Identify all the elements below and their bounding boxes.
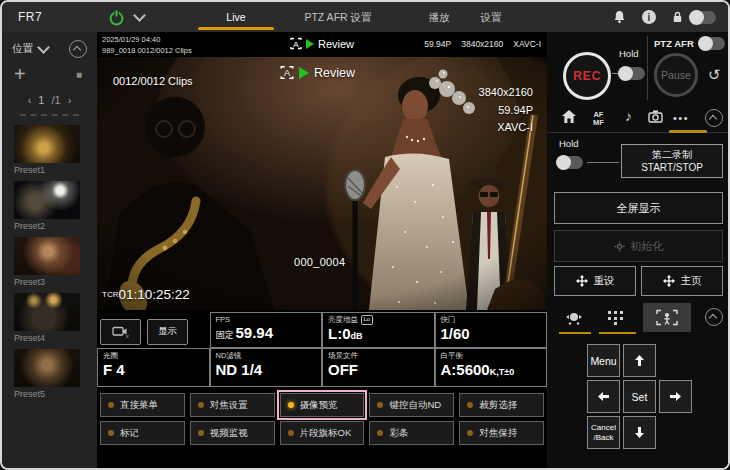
ptz-afr-toggle[interactable] [699, 37, 725, 50]
rec-button[interactable]: REC [563, 52, 611, 100]
nd-filter-cell[interactable]: ND滤镜 ND 1/4 [210, 348, 323, 387]
set-button[interactable]: Set [623, 380, 656, 413]
camera-fx-button[interactable]: x [100, 319, 141, 345]
preset-label: Preset1 [14, 165, 97, 175]
tab-live[interactable]: Live [194, 2, 278, 32]
info-icon[interactable]: i [642, 10, 656, 24]
joystick-icon [563, 309, 585, 325]
nd-value: 1/4 [241, 361, 262, 378]
rec-hold-toggle[interactable] [619, 67, 645, 80]
icon-row-collapse-button[interactable] [705, 109, 723, 127]
assign-label: 对焦保持 [479, 427, 517, 440]
assign-video-monitor-button[interactable]: 视频监视 [190, 421, 275, 445]
sub-rec-hold-toggle[interactable] [557, 156, 583, 169]
down-arrow-icon [633, 426, 646, 439]
pager-next-icon[interactable]: › [68, 94, 72, 106]
pager-total: /1 [51, 94, 60, 106]
gain-lo-badge: Lo [361, 315, 373, 325]
iris-label: 光圈 [103, 351, 204, 361]
sidebar-collapse-button[interactable] [69, 40, 87, 58]
framing-mode-tab-active[interactable] [643, 303, 691, 332]
assign-focus-setting-button[interactable]: 对焦设置 [190, 393, 275, 417]
add-preset-button[interactable]: + [14, 64, 26, 84]
cancel-back-button[interactable]: Cancel /Back [587, 416, 620, 449]
lock-toggle[interactable] [690, 11, 716, 24]
preset1-thumbnail[interactable] [14, 125, 80, 163]
tab-ptz-afr-settings[interactable]: PTZ AFR 设置 [292, 2, 384, 32]
fps-cell[interactable]: FPS 固定59.94 [210, 312, 323, 348]
assign-focus-hold-button[interactable]: 对焦保持 [459, 421, 544, 445]
notification-bell-icon[interactable] [612, 9, 627, 25]
tab-playback[interactable]: 播放 [416, 2, 462, 32]
preset4-thumbnail[interactable] [14, 293, 80, 331]
assign-direct-menu-button[interactable]: 直接菜单 [100, 393, 185, 417]
control-tabs-collapse-button[interactable] [705, 308, 723, 326]
display-button[interactable]: 显示 [147, 319, 188, 345]
scene-file-cell[interactable]: 场景文件 OFF [322, 348, 435, 387]
preset2-thumbnail[interactable] [14, 181, 80, 219]
pager-prev-icon[interactable]: ‹ [28, 94, 32, 106]
sub-rec-connector [587, 162, 619, 163]
iris-cell[interactable]: 光圈 F 4 [97, 348, 210, 387]
position-header[interactable]: 位置 [12, 42, 48, 56]
left-arrow-button[interactable] [587, 380, 620, 413]
up-arrow-button[interactable] [623, 344, 656, 377]
white-balance-label: 白平衡 [441, 351, 542, 361]
assign-clip-flag-ok-button[interactable]: 片段旗标OK [280, 421, 365, 445]
camera-video-view[interactable]: 0012/0012 Clips A Review 3840x2160 59.94… [97, 57, 547, 310]
tab-settings[interactable]: 设置 [468, 2, 514, 32]
list-item: Preset1 [14, 125, 97, 175]
assign-marker-button[interactable]: 标记 [100, 421, 185, 445]
right-arrow-button[interactable] [659, 380, 692, 413]
svg-text:A: A [284, 68, 291, 78]
position-chevron-down-icon[interactable] [37, 41, 50, 54]
mf-label: MF [593, 119, 604, 127]
shutter-cell[interactable]: 快门 1/60 [435, 312, 548, 348]
replay-icon[interactable]: ↺ [708, 66, 721, 84]
assign-label: 片段旗标OK [300, 427, 352, 440]
fullscreen-button[interactable]: 全屏显示 [554, 192, 723, 224]
power-chevron-down-icon[interactable] [133, 9, 146, 22]
camera-tab[interactable] [647, 109, 664, 128]
shutter-label: 快门 [441, 315, 542, 325]
white-balance-cell[interactable]: 白平衡 A:5600K,T±0 [435, 348, 548, 387]
review-overlay: A Review [280, 65, 355, 80]
power-icon[interactable] [108, 9, 125, 26]
assign-label: 键控自动ND [389, 399, 441, 412]
status-resolution: 3840x2160 [461, 39, 503, 49]
reset-button[interactable]: 重设 [554, 266, 636, 296]
rec-hold-label: Hold [619, 48, 639, 59]
assign-crop-select-button[interactable]: 裁剪选择 [459, 393, 544, 417]
assign-color-bars-button[interactable]: 彩条 [369, 421, 454, 445]
menu-button[interactable]: Menu [587, 344, 620, 377]
keypad-mode-tab[interactable] [607, 309, 625, 329]
pager-dash-indicator [20, 114, 79, 116]
tab-underline [559, 332, 591, 334]
gain-cell[interactable]: 亮度增益Lo L:0dB [322, 312, 435, 348]
sub-rec-start-stop-button[interactable]: 第二录制 START/STOP [621, 144, 723, 178]
nd-label: ND滤镜 [216, 351, 317, 361]
assign-label: 裁剪选择 [479, 399, 517, 412]
list-item: Preset5 [14, 349, 97, 399]
af-mf-tab[interactable]: AF MF [593, 111, 604, 127]
preset5-thumbnail[interactable] [14, 349, 80, 387]
joystick-mode-tab[interactable] [563, 309, 585, 329]
pt-home-button[interactable]: 主页 [641, 266, 723, 296]
assign-rec-review-button[interactable]: 摄像预览 [280, 393, 365, 417]
audio-tab[interactable]: ♪ [625, 108, 632, 124]
status-led [288, 430, 294, 436]
preset3-thumbnail[interactable] [14, 237, 80, 275]
svg-text:A: A [293, 40, 299, 49]
down-arrow-button[interactable] [623, 416, 656, 449]
format-overlay: 3840x2160 59.94P XAVC-I [479, 84, 533, 137]
status-review: A Review [290, 37, 354, 50]
more-tab[interactable]: ••• [673, 112, 689, 124]
preset-stop-icon[interactable]: ■ [76, 69, 82, 80]
camera-status-bar: 2025/01/29 04:40 989_0018 0012/0012 Clip… [97, 32, 547, 57]
home-tab[interactable] [561, 109, 577, 128]
app-title: FR7 [18, 10, 42, 24]
pause-button[interactable]: Pause [654, 53, 698, 97]
assign-push-auto-nd-button[interactable]: 键控自动ND [369, 393, 454, 417]
status-led [198, 430, 204, 436]
list-item: Preset4 [14, 293, 97, 343]
